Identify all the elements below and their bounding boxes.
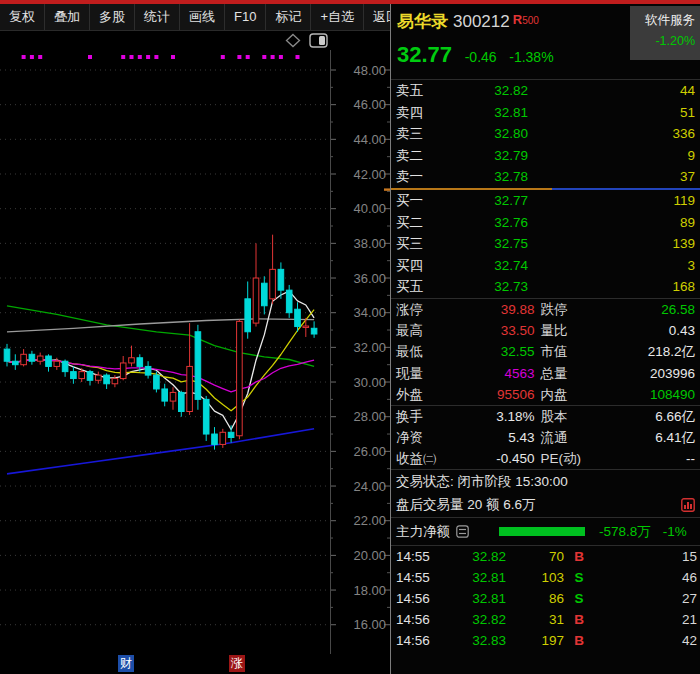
stat-label: 量比	[541, 320, 597, 341]
level-price: 32.73	[448, 276, 528, 298]
stat-label: 涨停	[396, 299, 442, 320]
sell-level-row[interactable]: 卖三32.80336	[391, 123, 700, 145]
level-price: 32.82	[448, 80, 528, 102]
stat-label: PE(动)	[541, 448, 597, 469]
tick-time: 14:56	[396, 588, 442, 609]
stat-label: 换手	[396, 406, 442, 427]
stat-label: 总量	[541, 363, 597, 384]
toolbar-button-3[interactable]: 多股	[90, 4, 135, 30]
sell-levels: 卖五32.8244卖四32.8151卖三32.80336卖二32.799卖一32…	[391, 80, 700, 188]
tick-time: 14:55	[396, 567, 442, 588]
bar-chart-icon[interactable]	[681, 498, 695, 512]
buy-level-row[interactable]: 买五32.73168	[391, 276, 700, 298]
svg-text:44.00: 44.00	[353, 132, 386, 147]
buy-level-row[interactable]: 买一32.77119	[391, 190, 700, 212]
sell-level-row[interactable]: 卖二32.799	[391, 145, 700, 167]
svg-text:16.00: 16.00	[353, 617, 386, 632]
level-price: 32.79	[448, 145, 528, 167]
buy-level-row[interactable]: 买四32.743	[391, 255, 700, 277]
level-price: 32.77	[448, 190, 528, 212]
sell-level-row[interactable]: 卖五32.8244	[391, 80, 700, 102]
tick-list: 14:5532.8270B1514:5532.81103S4614:5632.8…	[391, 546, 700, 651]
tick-direction: B	[564, 609, 594, 630]
stat-value: 95506	[442, 384, 541, 405]
stats-block: 涨停39.88跌停26.58最高33.50量比0.43最低32.55市值218.…	[391, 299, 700, 405]
tick-count: 42	[594, 630, 697, 651]
toolbar-button-1[interactable]: 复权	[0, 4, 45, 30]
svg-text:20.00: 20.00	[353, 548, 386, 563]
level-volume: 168	[528, 276, 695, 298]
level-label: 卖一	[396, 166, 448, 188]
sell-level-row[interactable]: 卖一32.7837	[391, 166, 700, 188]
level-volume: 9	[528, 145, 695, 167]
stat-row: 外盘95506内盘108490	[391, 384, 700, 405]
tick-count: 15	[594, 546, 697, 567]
buy-levels: 买一32.77119买二32.7689买三32.75139买四32.743买五3…	[391, 190, 700, 298]
split-pane-icon[interactable]	[309, 33, 328, 48]
main-force-row[interactable]: 主力净额 -578.8万 -1%	[391, 518, 700, 545]
tick-trade-row: 14:5532.8270B15	[391, 546, 700, 567]
main-force-bar	[499, 527, 585, 536]
level-label: 卖二	[396, 145, 448, 167]
buy-level-row[interactable]: 买二32.7689	[391, 212, 700, 234]
svg-text:28.00: 28.00	[353, 409, 386, 424]
level-price: 32.76	[448, 212, 528, 234]
tick-count: 27	[594, 588, 697, 609]
stat-label: 收益㈡	[396, 448, 442, 469]
tick-direction: B	[564, 546, 594, 567]
stat-row: 最低32.55市值218.2亿	[391, 341, 700, 362]
level-volume: 119	[528, 190, 695, 212]
toolbar-button-8[interactable]: +自选	[311, 4, 364, 30]
stat-label: 外盘	[396, 384, 442, 405]
level-volume: 3	[528, 255, 695, 277]
tick-trade-row: 14:5532.81103S46	[391, 567, 700, 588]
stock-name: 易华录	[397, 12, 448, 31]
tick-trade-row: 14:5632.8231B21	[391, 609, 700, 630]
tick-time: 14:55	[396, 546, 442, 567]
stat-value: 6.41亿	[597, 427, 696, 448]
level-volume: 37	[528, 166, 695, 188]
svg-text:40.00: 40.00	[353, 201, 386, 216]
toolbar-button-6[interactable]: F10	[225, 4, 266, 30]
tick-volume: 197	[506, 630, 564, 651]
stat-value: 218.2亿	[597, 341, 696, 362]
level-label: 买五	[396, 276, 448, 298]
level-label: 卖四	[396, 102, 448, 124]
stat-value: 26.58	[597, 299, 696, 320]
svg-text:22.00: 22.00	[353, 513, 386, 528]
stat-row: 换手3.18%股本6.66亿	[391, 406, 700, 427]
diamond-icon[interactable]	[285, 33, 301, 48]
main-force-pct: -1%	[663, 524, 687, 539]
level-volume: 89	[528, 212, 695, 234]
svg-text:38.00: 38.00	[353, 236, 386, 251]
level-label: 卖三	[396, 123, 448, 145]
tick-time: 14:56	[396, 630, 442, 651]
toolbar-button-7[interactable]: 标记	[266, 4, 311, 30]
candlestick-chart[interactable]: 48.0046.0044.0042.0040.0038.0036.0034.00…	[0, 50, 390, 654]
trade-status: 交易状态: 闭市阶段 15:30:00	[391, 470, 700, 493]
toolbar-button-5[interactable]: 画线	[180, 4, 225, 30]
stock-code: 300212	[453, 12, 510, 31]
svg-text:24.00: 24.00	[353, 479, 386, 494]
last-price: 32.77	[397, 42, 452, 67]
level-price: 32.78	[448, 166, 528, 188]
stat-row: 收益㈡-0.450PE(动)--	[391, 448, 700, 469]
stat-row: 涨停39.88跌停26.58	[391, 299, 700, 320]
level-label: 买四	[396, 255, 448, 277]
indicator-badge-1[interactable]: 财	[118, 655, 134, 672]
svg-text:18.00: 18.00	[353, 583, 386, 598]
toolbar-button-4[interactable]: 统计	[135, 4, 180, 30]
list-icon[interactable]	[456, 525, 469, 538]
main-force-value: -578.8万	[599, 523, 651, 541]
svg-text:34.00: 34.00	[353, 305, 386, 320]
industry-box[interactable]: 软件服务 -1.20%	[630, 6, 700, 60]
toolbar-button-2[interactable]: 叠加	[45, 4, 90, 30]
stat-row: 净资5.43流通6.41亿	[391, 427, 700, 448]
sell-level-row[interactable]: 卖四32.8151	[391, 102, 700, 124]
tick-price: 32.81	[442, 588, 506, 609]
stat-label: 现量	[396, 363, 442, 384]
buy-level-row[interactable]: 买三32.75139	[391, 233, 700, 255]
price-change: -0.46	[465, 49, 497, 65]
indicator-badge-2[interactable]: 涨	[229, 655, 245, 672]
stat-label: 最高	[396, 320, 442, 341]
